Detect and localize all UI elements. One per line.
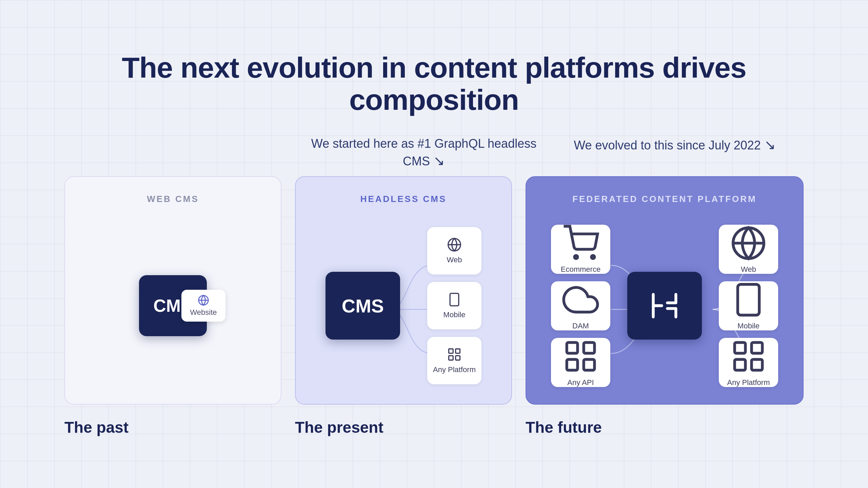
- web-icon: [447, 237, 462, 252]
- website-label: Website: [190, 308, 217, 317]
- annotation-left: We started here as #1 GraphQL headless C…: [309, 136, 539, 169]
- future-dam-label: DAM: [572, 322, 589, 330]
- present-anyplatform-label: Any Platform: [433, 365, 476, 374]
- future-web-icon: [730, 225, 767, 262]
- cms-text-present: CMS: [342, 295, 384, 317]
- hygraph-logo-block: [627, 272, 702, 340]
- future-web-label: Web: [741, 265, 756, 274]
- future-right-column: Web Mobile: [719, 225, 778, 387]
- annotation-right-arrow: ↘: [764, 137, 776, 152]
- future-mobile-label: Mobile: [737, 322, 760, 330]
- present-web-label: Web: [447, 256, 462, 264]
- future-mobile-box: Mobile: [719, 281, 778, 330]
- content-area: We started here as #1 GraphQL headless C…: [61, 136, 807, 436]
- future-left-column: Ecommerce DAM: [551, 225, 610, 387]
- svg-rect-12: [567, 343, 578, 353]
- present-mobile-label: Mobile: [443, 310, 466, 319]
- website-globe-icon: [198, 294, 209, 306]
- svg-rect-7: [456, 349, 460, 353]
- present-mobile-box: Mobile: [427, 282, 481, 329]
- card-present-label: HEADLESS CMS: [360, 194, 447, 204]
- svg-rect-8: [449, 356, 453, 360]
- ecommerce-icon: [562, 225, 599, 262]
- present-icons-column: Web Mobile: [427, 227, 481, 384]
- svg-rect-22: [735, 360, 746, 370]
- svg-point-10: [574, 256, 577, 259]
- svg-rect-20: [735, 343, 746, 353]
- mobile-icon: [447, 292, 462, 307]
- svg-rect-6: [449, 349, 453, 353]
- future-ecommerce-label: Ecommerce: [561, 265, 600, 274]
- present-anyplatform-box: Any Platform: [427, 337, 481, 384]
- labels-row: The past The present The future: [64, 418, 804, 436]
- annotation-left-text: We started here as #1 GraphQL headless C…: [311, 137, 536, 168]
- present-inner: CMS Web: [313, 225, 494, 387]
- card-past: WEB CMS CMS Website: [64, 176, 281, 405]
- card-present: HEADLESS CMS CMS: [295, 176, 512, 405]
- cms-block-past: CMS Website: [139, 275, 207, 336]
- svg-rect-9: [456, 356, 460, 360]
- any-api-icon: [562, 338, 599, 375]
- card-past-content: CMS Website: [82, 225, 264, 387]
- annotations-row: We started here as #1 GraphQL headless C…: [61, 136, 807, 169]
- era-present: The present: [295, 418, 512, 436]
- svg-rect-4: [450, 293, 459, 306]
- svg-rect-23: [752, 360, 763, 370]
- svg-rect-15: [584, 360, 595, 370]
- svg-rect-13: [584, 343, 595, 353]
- svg-point-11: [591, 256, 594, 259]
- svg-rect-21: [752, 343, 763, 353]
- svg-rect-18: [738, 284, 760, 315]
- cms-block-present: CMS: [326, 272, 400, 340]
- future-anyplatform-box: Any Platform: [719, 338, 778, 387]
- website-badge: Website: [181, 290, 225, 322]
- future-mobile-icon: [730, 281, 767, 318]
- any-platform-icon: [447, 347, 462, 362]
- cards-row: WEB CMS CMS Website: [64, 176, 804, 405]
- future-dam-box: DAM: [551, 281, 610, 330]
- future-anyplatform-icon: [730, 338, 767, 375]
- era-past: The past: [64, 418, 281, 436]
- hygraph-logo-svg: [648, 289, 682, 323]
- page-wrapper: The next evolution in content platforms …: [61, 52, 807, 436]
- future-inner: Ecommerce DAM: [543, 225, 786, 387]
- dam-icon: [562, 281, 599, 318]
- present-web-box: Web: [427, 227, 481, 274]
- future-web-box: Web: [719, 225, 778, 274]
- future-anyapi-box: Any API: [551, 338, 610, 387]
- era-future: The future: [526, 418, 804, 436]
- annotation-left-arrow: ↘: [433, 153, 445, 168]
- annotation-right: We evolved to this since July 2022 ↘: [559, 136, 790, 169]
- card-past-label: WEB CMS: [147, 194, 199, 204]
- page-title: The next evolution in content platforms …: [61, 52, 807, 116]
- svg-rect-14: [567, 360, 578, 370]
- future-ecommerce-box: Ecommerce: [551, 225, 610, 274]
- card-future-label: FEDERATED CONTENT PLATFORM: [572, 194, 757, 204]
- card-future: FEDERATED CONTENT PLATFORM: [526, 176, 804, 405]
- annotation-right-text: We evolved to this since July 2022: [574, 138, 761, 152]
- future-anyplatform-label: Any Platform: [727, 378, 770, 387]
- future-anyapi-label: Any API: [567, 378, 594, 387]
